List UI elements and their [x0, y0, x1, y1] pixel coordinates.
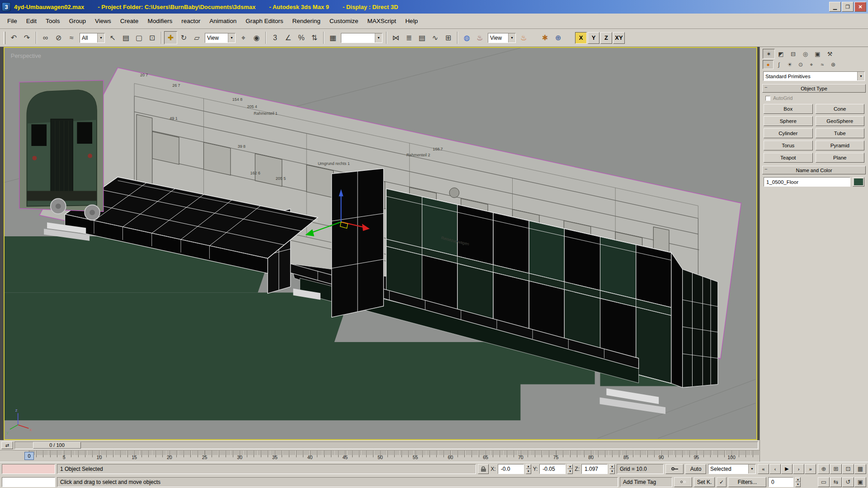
select-by-name-icon[interactable]: ▤ — [119, 31, 132, 44]
named-selection-sets-dropdown[interactable]: ▼ — [341, 33, 382, 43]
helpers-category[interactable]: ⌖ — [806, 60, 817, 69]
key-mode-toggle[interactable] — [674, 477, 692, 487]
key-filters-check-icon[interactable]: ✓ — [717, 477, 726, 487]
time-slider-track[interactable]: 0 / 100 — [14, 441, 758, 449]
auto-key-button[interactable]: Auto — [685, 464, 706, 474]
object-type-pyramid-button[interactable]: Pyramid — [816, 141, 865, 150]
zoom-all-icon[interactable]: ⊞ — [830, 464, 842, 474]
select-and-rotate-icon[interactable]: ↻ — [177, 31, 190, 44]
object-type-sphere-button[interactable]: Sphere — [764, 116, 813, 126]
axis-constraint-xy[interactable]: XY — [613, 32, 625, 44]
select-and-link-icon[interactable]: ∞ — [39, 31, 52, 44]
menu-rendering[interactable]: Rendering — [288, 14, 325, 28]
go-to-start-button[interactable]: « — [758, 464, 769, 474]
bind-to-space-warp-icon[interactable]: ≈ — [65, 31, 78, 44]
material-editor-icon[interactable]: ◍ — [460, 31, 473, 44]
axis-constraint-y[interactable]: Y — [588, 32, 599, 44]
angle-snap-toggle-icon[interactable]: ∠ — [282, 31, 295, 44]
rectangular-selection-region-icon[interactable]: ▢ — [132, 31, 146, 44]
render-scene-icon[interactable]: ♨ — [473, 31, 486, 44]
menu-customize[interactable]: Customize — [325, 14, 363, 28]
select-and-move-icon[interactable]: ✚ — [164, 31, 177, 44]
select-object-icon[interactable]: ↖ — [106, 31, 119, 44]
set-key-button[interactable]: Set K. — [694, 477, 715, 487]
menu-tools[interactable]: Tools — [41, 14, 65, 28]
set-keys-button[interactable] — [665, 464, 684, 474]
dropdown-arrow-icon[interactable]: ▼ — [508, 33, 515, 42]
track-bar[interactable]: 0 51015202530354045505560657075808590951… — [0, 450, 760, 462]
object-type-torus-button[interactable]: Torus — [764, 141, 813, 150]
window-crossing-toggle-icon[interactable]: ⊡ — [146, 31, 159, 44]
axis-constraint-x[interactable]: X — [575, 32, 587, 44]
menu-reactor[interactable]: reactor — [177, 14, 205, 28]
next-frame-button[interactable]: › — [793, 464, 804, 474]
reference-coordinate-system-dropdown[interactable]: View▼ — [205, 33, 236, 43]
undo-icon[interactable]: ↶ — [7, 31, 20, 44]
play-button[interactable]: ▶ — [781, 464, 793, 474]
min-max-toggle-icon[interactable]: ▣ — [854, 477, 866, 487]
x-coord-input[interactable]: -0.0 — [498, 464, 524, 474]
selection-filter-dropdown[interactable]: All▼ — [80, 33, 105, 43]
dropdown-arrow-icon[interactable]: ▼ — [748, 465, 755, 474]
modify-tab[interactable]: ◩ — [775, 49, 787, 59]
object-type-box-button[interactable]: Box — [764, 104, 813, 114]
pan-icon[interactable]: ⇆ — [830, 477, 842, 487]
shapes-category[interactable]: ∫ — [774, 60, 784, 69]
object-type-tube-button[interactable]: Tube — [816, 128, 865, 138]
current-frame-input[interactable]: 0 — [768, 477, 793, 487]
object-type-teapot-button[interactable]: Teapot — [764, 153, 813, 163]
menu-file[interactable]: File — [3, 14, 22, 28]
key-mode-dropdown[interactable]: Selected ▼ — [708, 464, 756, 474]
dropdown-arrow-icon[interactable]: ▼ — [857, 72, 864, 80]
go-to-end-button[interactable]: » — [805, 464, 816, 474]
menu-help[interactable]: Help — [401, 14, 422, 28]
object-type-geosphere-button[interactable]: GeoSphere — [816, 116, 865, 126]
motion-tab[interactable]: ◎ — [799, 49, 811, 59]
redo-icon[interactable]: ↷ — [20, 31, 33, 44]
photo-plane[interactable] — [19, 80, 104, 212]
autogrid-checkbox[interactable] — [765, 96, 770, 101]
menu-graph-editors[interactable]: Graph Editors — [241, 14, 288, 28]
menu-edit[interactable]: Edit — [22, 14, 41, 28]
object-color-swatch[interactable] — [853, 177, 864, 187]
object-class-dropdown[interactable]: Standard Primitives ▼ — [763, 71, 865, 81]
zoom-icon[interactable]: ⊕ — [818, 464, 830, 474]
menu-group[interactable]: Group — [65, 14, 91, 28]
region-zoom-icon[interactable]: ▭ — [818, 477, 830, 487]
mirror-icon[interactable]: ⋈ — [389, 31, 402, 44]
menu-create[interactable]: Create — [116, 14, 143, 28]
select-and-manipulate-icon[interactable]: ◉ — [250, 31, 263, 44]
use-pivot-point-center-icon[interactable]: ⌖ — [237, 31, 250, 44]
edit-named-selection-sets-icon[interactable]: ▦ — [326, 31, 340, 44]
y-coord-spinner[interactable]: ▲▼ — [567, 464, 573, 474]
add-time-tag-field[interactable]: Add Time Tag — [620, 477, 672, 487]
render-last-icon[interactable]: ✱ — [538, 31, 552, 44]
unlink-selection-icon[interactable]: ⊘ — [52, 31, 65, 44]
object-type-plane-button[interactable]: Plane — [816, 153, 865, 163]
hierarchy-tab[interactable]: ⊟ — [787, 49, 799, 59]
object-type-rollout-header[interactable]: − Object Type — [762, 84, 866, 93]
dropdown-arrow-icon[interactable]: ▼ — [375, 33, 382, 42]
cameras-category[interactable]: ⊙ — [795, 60, 806, 69]
menu-modifiers[interactable]: Modifiers — [143, 14, 177, 28]
viewport-label[interactable]: Perspective — [11, 52, 41, 59]
maximize-button[interactable]: ❐ — [842, 2, 854, 12]
object-name-input[interactable]: 1_0500_Floor — [764, 177, 850, 187]
minimize-button[interactable]: ▁ — [829, 2, 841, 12]
display-tab[interactable]: ▣ — [811, 49, 824, 59]
name-color-rollout-header[interactable]: − Name and Color — [762, 166, 866, 174]
space-warps-category[interactable]: ≈ — [817, 60, 828, 69]
show-safe-frames-icon[interactable]: ⊕ — [552, 31, 565, 44]
y-coord-input[interactable]: -0.05 — [539, 464, 566, 474]
frame-spinner[interactable]: ▲▼ — [795, 477, 801, 487]
x-coord-spinner[interactable]: ▲▼ — [526, 464, 531, 474]
zoom-extents-all-icon[interactable]: ▦ — [854, 464, 866, 474]
lights-category[interactable]: ☀ — [784, 60, 795, 69]
quick-render-icon[interactable]: ♨ — [517, 31, 530, 44]
spinner-snap-toggle-icon[interactable]: ⇅ — [308, 31, 321, 44]
menu-maxscript[interactable]: MAXScript — [363, 14, 401, 28]
render-type-dropdown[interactable]: View▼ — [488, 33, 516, 43]
dropdown-arrow-icon[interactable]: ▼ — [228, 33, 235, 42]
zoom-extents-icon[interactable]: ⊡ — [842, 464, 854, 474]
viewport-canvas[interactable]: 20 726 7154 8205 4Rahmenteil 149 139 8Um… — [4, 47, 757, 440]
